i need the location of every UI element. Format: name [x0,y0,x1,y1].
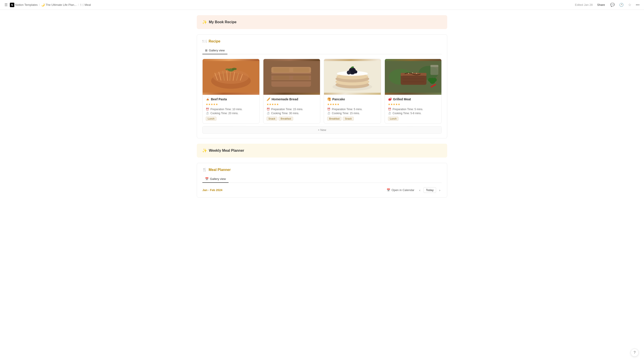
meal-planner-section: ✨ Weekly Meal Planner [197,144,447,158]
recipe-card-homemade-bread[interactable]: 🥖 Homemade Bread ★★★★★ ⏰ Preparation Tim… [263,59,320,124]
grilled-meat-image [385,59,442,95]
pancake-body: 🥞 Pancake ★★★★★ ⏰ Preparation Time: 5 mi… [324,95,381,123]
svg-point-44 [412,73,413,73]
meal-planner-inner-title: 🍴 Meal Planner [202,168,442,172]
today-button[interactable]: Today [424,187,436,193]
svg-rect-21 [273,76,289,80]
view-tabs: ⊞ Gallery view [202,47,442,54]
homemade-bread-image [264,59,320,95]
breadcrumb-notion[interactable]: N Notion Templates [10,3,38,7]
beef-pasta-cook: ⏱️ Cooking Time: 20 mins. [206,112,256,115]
tag-breakfast: Breakfast [278,117,293,121]
grilled-meat-stars: ★★★★★ [388,103,438,106]
page-content: ✨ My Book Recipe 🍽️ Recipe ⊞ Gallery vie… [188,10,456,203]
meal-planner-gallery-label: Gallery view [210,177,226,181]
svg-point-13 [226,68,230,70]
gallery-view-label: Gallery view [209,49,225,52]
breadcrumb-life-plan[interactable]: 🌙 The Ultimate Life Plan... [41,3,77,6]
recipe-title-text: Recipe [209,39,220,43]
svg-point-47 [428,78,432,82]
next-date-button[interactable]: › [438,187,442,193]
prev-date-button[interactable]: ‹ [418,187,422,193]
homemade-bread-prep: ⏰ Preparation Time: 15 mins. [266,108,317,111]
tag-lunch-2: Lunch [388,117,399,121]
svg-point-32 [347,71,351,75]
pancake-title: 🥞 Pancake [327,97,378,101]
svg-rect-19 [273,68,289,72]
homemade-bread-body: 🥖 Homemade Bread ★★★★★ ⏰ Preparation Tim… [264,95,320,123]
grilled-meat-body: 🥩 Grilled Meat ★★★★★ ⏰ Preparation Time:… [385,95,442,123]
gallery-view-tab[interactable]: ⊞ Gallery view [202,47,228,54]
pancake-image [324,59,381,95]
breadcrumb-meal[interactable]: 🍽️ Meal [80,3,91,6]
book-recipe-section: ✨ My Book Recipe [197,15,447,29]
open-in-calendar-button[interactable]: 📅 Open in Calendar [385,187,416,193]
pancake-prep: ⏰ Preparation Time: 5 mins. [327,108,378,111]
meal-planner-inner: 🍴 Meal Planner 📅 Gallery view Jan - Feb … [197,163,447,198]
homemade-bread-tags: Snack Breakfast [266,117,317,121]
tag-snack-2: Snack [343,117,354,121]
grilled-meat-cook: ⏱️ Cooking Time: 5-8 mins. [388,112,438,115]
meal-planner-title: Weekly Meal Planner [209,149,244,153]
history-icon[interactable]: 🕐 [618,2,624,8]
date-range-label: Jan - Feb 2024 [202,188,222,192]
beef-pasta-title: 🍝 Beef Pasta [206,97,256,101]
tag-snack: Snack [266,117,278,121]
pancake-emoji: 🥞 [327,97,331,101]
meat-emoji: 🥩 [388,97,392,101]
breadcrumb-sep-2: / [78,3,79,6]
favorite-icon[interactable]: ☆ [627,2,632,8]
more-options-icon[interactable]: ••• [635,2,640,8]
fork-icon: 🍴 [202,168,207,172]
pancake-cook: ⏱️ Cooking Time: 15 mins. [327,112,378,115]
recipe-card-beef-pasta[interactable]: 🍝 Beef Pasta ★★★★★ ⏰ Preparation Time: 1… [202,59,260,124]
prep-clock-icon: ⏰ [206,108,209,111]
new-btn-row: + New [202,126,442,134]
recipe-card-grilled-meat[interactable]: 🥩 Grilled Meat ★★★★★ ⏰ Preparation Time:… [384,59,442,124]
meal-planner-view-tabs: 📅 Gallery view [202,175,442,183]
svg-point-43 [408,73,409,74]
svg-point-2 [213,70,249,84]
tag-lunch: Lunch [206,117,216,121]
date-navigation: 📅 Open in Calendar ‹ Today › [385,187,442,193]
svg-point-33 [354,70,357,73]
prep-clock-icon-3: ⏰ [327,108,330,111]
recipe-gallery-grid: 🍝 Beef Pasta ★★★★★ ⏰ Preparation Time: 1… [202,59,442,124]
meal-icon: 🍽️ [80,3,84,6]
beef-pasta-stars: ★★★★★ [206,103,256,106]
recipe-card-pancake[interactable]: 🥞 Pancake ★★★★★ ⏰ Preparation Time: 5 mi… [324,59,381,124]
cook-clock-icon-2: ⏱️ [266,112,270,115]
topbar-left: ☰ N Notion Templates / 🌙 The Ultimate Li… [4,2,91,8]
svg-rect-20 [293,68,309,72]
book-recipe-title: My Book Recipe [209,20,236,24]
grilled-meat-prep: ⏰ Preparation Time: 5 mins. [388,108,438,111]
hamburger-menu[interactable]: ☰ [4,2,8,8]
beef-pasta-prep: ⏰ Preparation Time: 10 mins. [206,108,256,111]
share-button[interactable]: Share [595,2,607,7]
beef-pasta-image [202,59,260,95]
pancake-stars: ★★★★★ [327,103,378,106]
homemade-bread-cook: ⏱️ Cooking Time: 30 mins. [266,112,317,115]
calendar-icon: 📅 [205,177,209,181]
cook-clock-icon-4: ⏱️ [388,112,391,115]
svg-point-48 [433,78,437,82]
meal-planner-gallery-tab[interactable]: 📅 Gallery view [202,175,228,183]
homemade-bread-title: 🥖 Homemade Bread [266,97,317,101]
topbar: ☰ N Notion Templates / 🌙 The Ultimate Li… [0,0,644,10]
new-recipe-button[interactable]: + New [202,126,442,134]
notion-logo: N [10,3,14,7]
recipe-icon: 🍽️ [202,39,207,43]
cook-clock-icon-3: ⏱️ [327,112,330,115]
moon-icon: 🌙 [41,3,45,6]
grilled-meat-tags: Lunch [388,117,438,121]
recipe-section: 🍽️ Recipe ⊞ Gallery view [197,34,447,138]
comments-icon[interactable]: 💬 [609,2,616,8]
meal-planner-header: ✨ Weekly Meal Planner [202,148,442,153]
book-recipe-header: ✨ My Book Recipe [202,20,442,24]
beef-pasta-body: 🍝 Beef Pasta ★★★★★ ⏰ Preparation Time: 1… [202,95,260,123]
gallery-icon: ⊞ [205,49,208,52]
beef-pasta-tags: Lunch [206,117,256,121]
svg-point-12 [232,68,236,70]
topbar-right: Edited Jan 28 Share 💬 🕐 ☆ ••• [575,2,640,8]
homemade-bread-stars: ★★★★★ [266,103,317,106]
